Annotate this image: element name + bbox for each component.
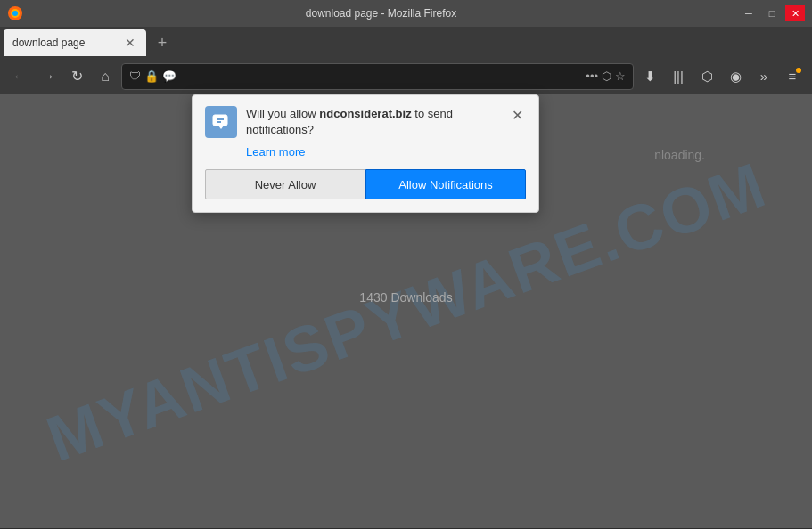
popup-close-button[interactable]: ✕ — [508, 106, 526, 124]
reload-button[interactable]: ↻ — [64, 64, 89, 89]
synced-tabs-button[interactable]: ⬡ — [694, 64, 719, 89]
content-area: MYANTISPYWARE.COM nloading. 1430 Downloa… — [0, 94, 812, 528]
forward-button[interactable]: → — [36, 64, 61, 89]
titlebar-title: download page - Mozilla Firefox — [23, 7, 739, 20]
active-tab[interactable]: download page ✕ — [4, 29, 146, 56]
download-button[interactable]: ⬇ — [637, 64, 662, 89]
notification-icon: 💬 — [162, 69, 176, 83]
never-allow-button[interactable]: Never Allow — [205, 169, 365, 199]
home-button[interactable]: ⌂ — [93, 64, 118, 89]
close-button[interactable]: ✕ — [785, 5, 805, 21]
container-icon: ⬡ — [602, 69, 611, 83]
toolbar-right: ⬇ ||| ⬡ ◉ » ≡ — [637, 64, 805, 89]
titlebar: download page - Mozilla Firefox ─ □ ✕ — [0, 0, 812, 27]
tab-title: download page — [12, 37, 118, 49]
more-icon[interactable]: ••• — [586, 69, 598, 83]
menu-button[interactable]: ≡ — [780, 64, 805, 89]
tab-close-button[interactable]: ✕ — [123, 37, 137, 49]
loading-text: nloading. — [654, 148, 705, 162]
address-bar[interactable]: 🛡 🔒 💬 https://ndconsiderat.biz/SISC?tag_… — [121, 63, 634, 90]
library-button[interactable]: ||| — [666, 64, 691, 89]
firefox-logo-icon — [7, 5, 23, 21]
lock-icon: 🔒 — [144, 69, 159, 83]
popup-site-name: ndconsiderat.biz — [319, 107, 411, 120]
learn-more-link[interactable]: Learn more — [246, 145, 526, 159]
back-button[interactable]: ← — [7, 64, 32, 89]
popup-message: Will you allow ndconsiderat.biz to send … — [246, 106, 499, 138]
account-button[interactable]: ◉ — [723, 64, 748, 89]
new-tab-button[interactable]: + — [150, 30, 175, 55]
popup-buttons: Never Allow Allow Notifications — [205, 169, 526, 199]
notification-bell-icon — [205, 106, 237, 138]
shield-icon: 🛡 — [129, 69, 141, 83]
popup-header: Will you allow ndconsiderat.biz to send … — [205, 106, 526, 138]
popup-message-prefix: Will you allow — [246, 107, 319, 120]
downloads-count: 1430 Downloads — [359, 290, 452, 305]
overflow-button[interactable]: » — [751, 64, 776, 89]
titlebar-left — [7, 5, 23, 21]
toolbar: ← → ↻ ⌂ 🛡 🔒 💬 https://ndconsiderat.biz/S… — [0, 59, 812, 94]
allow-notifications-button[interactable]: Allow Notifications — [365, 169, 526, 199]
maximize-button[interactable]: □ — [762, 5, 782, 21]
star-icon[interactable]: ☆ — [615, 69, 626, 83]
svg-point-2 — [12, 11, 18, 16]
tabbar: download page ✕ + — [0, 27, 812, 59]
url-input[interactable]: https://ndconsiderat.biz/SISC?tag_id=709… — [180, 69, 582, 83]
titlebar-controls: ─ □ ✕ — [739, 5, 805, 21]
minimize-button[interactable]: ─ — [739, 5, 759, 21]
notification-popup: Will you allow ndconsiderat.biz to send … — [192, 94, 539, 213]
